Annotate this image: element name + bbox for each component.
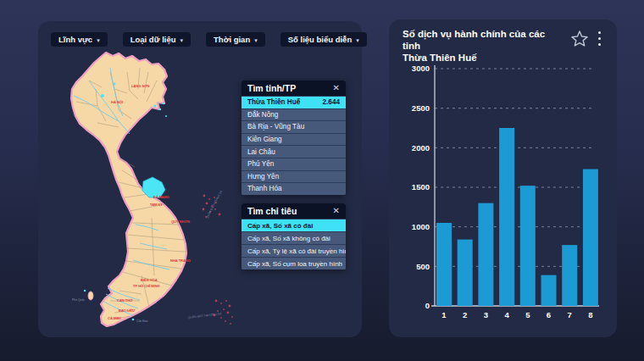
bar-7[interactable] <box>562 245 577 306</box>
filter-label: Số liệu biểu diễn <box>288 35 352 44</box>
svg-text:ĐÀ NẴNG: ĐÀ NẴNG <box>153 195 169 199</box>
filter-dropdown-3[interactable]: Số liệu biểu diễn▾ <box>280 32 367 47</box>
svg-text:NHA TRANG: NHA TRANG <box>170 258 191 263</box>
svg-text:1500: 1500 <box>412 182 430 192</box>
svg-text:TAM KỲ: TAM KỲ <box>150 203 163 207</box>
indicator-row-selected[interactable]: Cấp xã, Số xã có đài <box>242 219 346 231</box>
svg-text:QUẦN ĐẢO TRƯỜNG SA: QUẦN ĐẢO TRƯỜNG SA <box>188 311 223 319</box>
province-row[interactable]: Kiên Giang <box>242 133 346 146</box>
svg-text:3000: 3000 <box>412 64 430 73</box>
chart-title-line2: Thừa Thiên Huế <box>402 53 477 63</box>
chart-card: Số dịch vụ hành chính của các tỉnh Thừa … <box>389 19 617 337</box>
province-row[interactable]: Lai Châu <box>242 145 346 158</box>
indicator-row[interactable]: Cấp xã, Tỷ lệ xã có đài truyền hình <box>242 244 346 257</box>
indicator-label: Cấp xã, Số xã có đài <box>247 222 313 230</box>
svg-text:4: 4 <box>504 310 509 319</box>
province-panel-header: Tìm tỉnh/TP ✕ <box>242 81 346 96</box>
sea-labels: QUẦN ĐẢO HOÀNG SAQUẦN ĐẢO TRƯỜNG SA <box>188 189 224 319</box>
province-list: Thừa Thiên Huế2.644Đắk NôngBà Rịa - Vũng… <box>242 96 346 195</box>
province-name: Kiên Giang <box>247 136 282 143</box>
bar-3[interactable] <box>478 203 493 306</box>
svg-text:2000: 2000 <box>412 143 430 153</box>
indicator-search-panel: Tìm chỉ tiêu ✕ Cấp xã, Số xã có đàiCấp x… <box>242 203 346 269</box>
svg-text:CÀ MAU: CÀ MAU <box>108 316 121 320</box>
province-row[interactable]: Đắk Nông <box>242 108 346 121</box>
indicator-label: Cấp xã, Tỷ lệ xã có đài truyền hình <box>247 247 346 255</box>
filter-dropdown-2[interactable]: Thời gian▾ <box>206 32 265 47</box>
chart-title-line1: Số dịch vụ hành chính của các tỉnh <box>402 29 545 51</box>
close-icon[interactable]: ✕ <box>333 84 340 92</box>
indicator-row[interactable]: Cấp xã, Số cụm loa truyền hình <box>242 257 346 269</box>
svg-text:2: 2 <box>463 310 467 319</box>
svg-text:1000: 1000 <box>412 222 430 231</box>
province-name: Hưng Yên <box>247 173 279 180</box>
kebab-menu-icon[interactable] <box>595 31 603 46</box>
indicator-row[interactable]: Cấp xã, Số xã không có đài <box>242 231 346 244</box>
bar-chart: 05001000150020002500300012345678 <box>389 64 617 330</box>
vietnam-land-shape[interactable] <box>71 53 186 326</box>
province-value: 2.644 <box>323 98 341 106</box>
close-icon[interactable]: ✕ <box>333 207 340 215</box>
filter-dropdown-1[interactable]: Loại dữ liệu▾ <box>123 32 191 47</box>
svg-text:HÀ NỘI: HÀ NỘI <box>111 100 123 104</box>
province-search-panel: Tìm tỉnh/TP ✕ Thừa Thiên Huế2.644Đắk Nôn… <box>242 81 346 195</box>
indicator-label: Cấp xã, Số xã không có đài <box>247 235 330 242</box>
svg-text:LẠNG SƠN: LẠNG SƠN <box>131 84 150 88</box>
bar-6[interactable] <box>541 275 557 306</box>
svg-text:CẦN THƠ: CẦN THƠ <box>117 298 133 303</box>
bar-4[interactable] <box>499 128 514 306</box>
bar-5[interactable] <box>520 186 536 306</box>
map-panel: Lĩnh vực▾Loại dữ liệu▾Thời gian▾Số liệu … <box>38 21 362 337</box>
svg-text:5: 5 <box>525 310 530 319</box>
chevron-down-icon: ▾ <box>180 37 184 43</box>
filter-toolbar: Lĩnh vực▾Loại dữ liệu▾Thời gian▾Số liệu … <box>51 32 367 47</box>
star-icon[interactable] <box>569 29 590 49</box>
svg-text:BẠC LIÊU: BẠC LIÊU <box>119 308 135 313</box>
province-name: Thừa Thiên Huế <box>247 98 300 106</box>
svg-text:500: 500 <box>416 262 430 271</box>
svg-text:TP HỒ CHÍ MINH: TP HỒ CHÍ MINH <box>133 284 160 288</box>
province-panel-title: Tìm tỉnh/TP <box>247 83 296 93</box>
province-row[interactable]: Hưng Yên <box>242 170 346 183</box>
filter-label: Loại dữ liệu <box>130 35 176 44</box>
province-name: Bà Rịa - Vũng Tàu <box>247 123 304 131</box>
indicator-panel-title: Tìm chỉ tiêu <box>247 206 297 216</box>
svg-text:QUY NHƠN: QUY NHƠN <box>171 219 190 224</box>
bar-1[interactable] <box>436 223 452 306</box>
chart-card-header: Số dịch vụ hành chính của các tỉnh Thừa … <box>389 19 617 62</box>
svg-text:Côn Đảo: Côn Đảo <box>136 319 147 323</box>
chevron-down-icon: ▾ <box>254 37 258 43</box>
svg-text:Phú Quốc: Phú Quốc <box>72 298 85 302</box>
filter-dropdown-0[interactable]: Lĩnh vực▾ <box>51 32 108 47</box>
chart-title: Số dịch vụ hành chính của các tỉnh Thừa … <box>402 28 564 64</box>
filter-label: Lĩnh vực <box>58 35 92 44</box>
indicator-list: Cấp xã, Số xã có đàiCấp xã, Số xã không … <box>242 219 346 269</box>
svg-text:BIÊN HÒA: BIÊN HÒA <box>141 278 158 282</box>
svg-text:7: 7 <box>568 310 572 319</box>
province-row[interactable]: Bà Rịa - Vũng Tàu <box>242 120 346 133</box>
province-row[interactable]: Phú Yên <box>242 158 346 170</box>
bar-2[interactable] <box>458 240 473 306</box>
province-name: Đắk Nông <box>247 111 278 119</box>
indicator-panel-header: Tìm chỉ tiêu ✕ <box>242 203 346 219</box>
svg-text:6: 6 <box>547 310 551 319</box>
svg-text:3: 3 <box>484 310 488 319</box>
province-row[interactable]: Thanh Hóa <box>242 182 346 195</box>
svg-text:1: 1 <box>441 310 447 319</box>
province-name: Lai Châu <box>247 148 275 156</box>
province-row-selected[interactable]: Thừa Thiên Huế2.644 <box>242 96 346 108</box>
province-name: Thanh Hóa <box>247 185 282 192</box>
indicator-label: Cấp xã, Số cụm loa truyền hình <box>247 260 342 268</box>
province-name: Phú Yên <box>247 160 274 168</box>
svg-text:0: 0 <box>425 301 430 310</box>
chevron-down-icon: ▾ <box>356 37 359 43</box>
chevron-down-icon: ▾ <box>97 37 100 43</box>
svg-text:8: 8 <box>588 310 592 319</box>
bar-8[interactable] <box>583 169 598 306</box>
filter-label: Thời gian <box>214 35 250 44</box>
svg-text:2500: 2500 <box>412 103 430 113</box>
